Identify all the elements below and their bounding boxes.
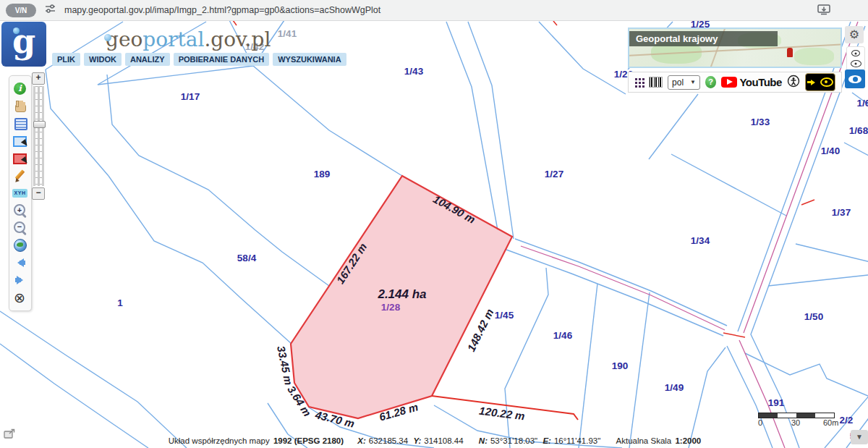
- cadastral-boundary-line: [629, 292, 650, 448]
- coord-y: 314108.44: [424, 436, 463, 445]
- zoom-in-button[interactable]: [12, 203, 29, 219]
- eye-icon[interactable]: [851, 60, 861, 67]
- map-scale-bar: 0 30 60m: [758, 413, 839, 427]
- menu-item-analizy[interactable]: ANALIZY: [125, 53, 170, 66]
- cadastral-boundary-line: [649, 94, 698, 159]
- menu-item-wyszukiwania[interactable]: WYSZUKIWANIA: [273, 53, 346, 66]
- cadastral-boundary-line: [738, 22, 851, 331]
- zoom-slider-minus-button[interactable]: −: [32, 187, 45, 200]
- wordmark-dot-icon: [104, 34, 111, 41]
- logo-g-glyph: g: [12, 27, 35, 56]
- overview-forest-patch: [794, 48, 834, 65]
- url-text[interactable]: mapy.geoportal.gov.pl/imap/Imgp_2.html?g…: [64, 5, 380, 15]
- zoom-slider-track[interactable]: [33, 86, 44, 186]
- cadastral-boundary-line: [539, 22, 626, 94]
- clear-selection-button[interactable]: [12, 151, 29, 166]
- cadastral-boundary-line: [689, 347, 726, 448]
- cadastral-boundary-line: [253, 66, 402, 176]
- zoom-slider: + −: [32, 72, 45, 200]
- cancel-button[interactable]: [12, 289, 29, 305]
- coord-e: 16°11'41.93": [554, 436, 600, 445]
- screen-share-icon[interactable]: [817, 4, 830, 18]
- zoom-slider-plus-button[interactable]: +: [32, 72, 45, 85]
- eye-icon: [848, 75, 861, 83]
- high-contrast-toggle[interactable]: [805, 73, 835, 91]
- cadastral-boundary-line: [46, 69, 109, 176]
- menu-bar: PLIKWIDOKANALIZYPOBIERANIE DANYCHWYSZUKI…: [52, 53, 346, 66]
- chevron-down-icon: ▼: [690, 79, 696, 85]
- info-button[interactable]: [12, 81, 29, 97]
- zoom-out-button[interactable]: [12, 220, 29, 236]
- keyboard-icon[interactable]: [634, 77, 644, 88]
- accessibility-icon[interactable]: [787, 75, 800, 90]
- cadastral-boundary-line: [727, 346, 773, 448]
- full-extent-button[interactable]: [12, 237, 29, 253]
- scale-value: 1:2000: [675, 436, 701, 445]
- measurement-line: [432, 396, 578, 420]
- previous-view-button[interactable]: [12, 255, 29, 271]
- cadastral-boundary-line: [0, 311, 187, 448]
- status-bar: Układ współrzędnych mapy 1992 (EPSG 2180…: [0, 436, 868, 445]
- crs-label: Układ współrzędnych mapy: [169, 436, 270, 445]
- expand-window-icon[interactable]: [4, 428, 15, 441]
- youtube-link[interactable]: YouTube: [721, 76, 781, 88]
- cadastral-boundary-line: [553, 21, 557, 25]
- cadastral-boundary-line: [506, 250, 723, 336]
- crs-value: 1992 (EPSG 2180): [273, 436, 344, 445]
- scale-bar-track: [758, 413, 835, 418]
- language-select[interactable]: pol ▼: [668, 75, 700, 90]
- geoportal-map-viewer: { "colors":{ "parcel_line":"#79aee6","ro…: [0, 0, 868, 448]
- next-view-button[interactable]: [12, 272, 29, 288]
- site-wordmark: geoportal.gov.pl: [106, 28, 271, 51]
- highlighted-parcel-polygon[interactable]: [291, 176, 512, 418]
- settings-gear-button[interactable]: ⚙: [845, 26, 864, 43]
- legend-button[interactable]: [12, 116, 29, 132]
- contrast-eye-icon: [820, 77, 833, 87]
- menu-item-pobieranie-danych[interactable]: POBIERANIE DANYCH: [174, 53, 270, 66]
- language-value: pol: [672, 77, 684, 88]
- draw-pencil-button[interactable]: [12, 168, 29, 184]
- panel-collapse-button[interactable]: ▼: [851, 430, 868, 444]
- quick-access-toolbar: pol ▼ ? YouTube: [628, 72, 842, 93]
- cadastral-boundary-line: [796, 244, 868, 262]
- site-permissions-tune-icon[interactable]: [45, 4, 56, 17]
- visibility-eye-button[interactable]: [845, 69, 865, 88]
- map-tools-panel: [9, 75, 32, 311]
- overview-map[interactable]: Geoportal krajowy: [628, 28, 842, 68]
- coord-n: 53°31'18.03": [490, 436, 537, 445]
- cadastral-boundary-line: [505, 268, 548, 448]
- cadastral-boundary-line: [468, 22, 514, 239]
- cadastral-boundary-line: [844, 143, 868, 156]
- menu-item-plik[interactable]: PLIK: [52, 53, 80, 66]
- xyh-coordinates-button[interactable]: [12, 185, 29, 201]
- cadastral-boundary-line: [521, 246, 725, 330]
- cadastral-boundary-line: [446, 22, 498, 230]
- coord-x: 632185.34: [369, 436, 408, 445]
- help-icon[interactable]: ?: [705, 76, 717, 88]
- cadastral-boundary-line: [233, 20, 237, 25]
- cadastral-boundary-line: [745, 353, 868, 396]
- barcode-icon[interactable]: [649, 77, 663, 88]
- pan-hand-button[interactable]: [12, 98, 29, 114]
- browser-address-bar: V/N mapy.geoportal.gov.pl/imap/Imgp_2.ht…: [0, 0, 868, 21]
- youtube-play-icon: [721, 77, 737, 88]
- youtube-label: YouTube: [739, 76, 781, 88]
- cadastral-boundary-line: [852, 93, 868, 106]
- overview-map-title: Geoportal krajowy: [629, 31, 778, 46]
- geoportal-logo-tile[interactable]: g: [1, 22, 46, 67]
- cadastral-boundary-line: [768, 275, 868, 286]
- overview-location-marker: [787, 48, 793, 57]
- zoom-slider-handle[interactable]: [33, 121, 46, 128]
- eye-icon[interactable]: [851, 50, 860, 56]
- menu-item-widok[interactable]: WIDOK: [84, 53, 122, 66]
- cadastral-boundary-line: [107, 75, 329, 286]
- cadastral-boundary-line: [109, 176, 292, 344]
- cadastral-boundary-line: [0, 344, 148, 448]
- cadastral-boundary-line: [739, 340, 785, 448]
- select-rectangle-button[interactable]: [12, 133, 29, 149]
- cadastral-boundary-line: [579, 284, 597, 448]
- cadastral-boundary-line: [744, 22, 858, 333]
- scale-label: Aktualna Skala: [616, 436, 672, 445]
- cadastral-boundary-line: [723, 333, 745, 337]
- browser-profile-badge[interactable]: V/N: [6, 4, 36, 17]
